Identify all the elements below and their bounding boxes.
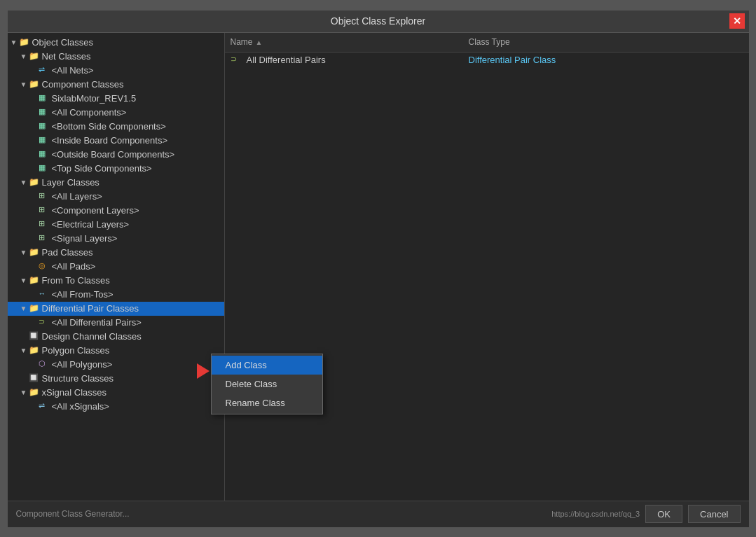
- ok-button[interactable]: OK: [645, 505, 682, 523]
- toggle: ▼: [20, 249, 29, 256]
- footer: Component Class Generator... https://blo…: [8, 501, 749, 527]
- tree-label-all-xsignals: <All xSignals>: [52, 401, 109, 412]
- close-button[interactable]: ✕: [729, 13, 745, 29]
- tree-node-layer-classes[interactable]: ▼ 📁 Layer Classes: [8, 176, 224, 190]
- tree-label-object-classes: Object Classes: [32, 37, 93, 48]
- tree-node-all-diff-pairs[interactable]: ⊃ <All Differential Pairs>: [8, 316, 224, 330]
- tree-label-all-polygons: <All Polygons>: [52, 359, 113, 370]
- toggle: ▼: [20, 53, 29, 60]
- col-name-header: Name ▲: [231, 37, 469, 47]
- folder-icon: 📁: [29, 79, 40, 90]
- tree-label-signal-layers: <Signal Layers>: [52, 233, 118, 244]
- folder-icon: 📁: [29, 177, 40, 188]
- col-name-label: Name: [231, 37, 253, 47]
- tree-node-inside-board[interactable]: ▦ <Inside Board Components>: [8, 134, 224, 148]
- layer-icon: ⊞: [39, 191, 50, 202]
- tree-node-all-pads[interactable]: ◎ <All Pads>: [8, 260, 224, 274]
- tree-node-object-classes[interactable]: ▼ 📁 Object Classes: [8, 36, 224, 50]
- tree-label-structure-classes: Structure Classes: [42, 373, 114, 384]
- component-icon: ▦: [39, 149, 50, 160]
- pad-icon: ◎: [39, 261, 50, 272]
- tree-label-top-side: <Top Side Components>: [52, 163, 152, 174]
- toggle: ▼: [20, 179, 29, 186]
- footer-right: https://blog.csdn.net/qq_3 OK Cancel: [551, 505, 740, 523]
- tree-label-electrical-layers: <Electrical Layers>: [52, 219, 130, 230]
- net-icon: ⇌: [39, 65, 50, 76]
- toggle: ▼: [11, 39, 19, 46]
- col-type-header: Class Type: [469, 37, 743, 47]
- tree-label-all-from-tos: <All From-Tos>: [52, 289, 114, 300]
- context-menu-rename-class[interactable]: Rename Class: [212, 393, 322, 412]
- tree-node-all-from-tos[interactable]: ↔ <All From-Tos>: [8, 288, 224, 302]
- tree-label-component-classes: Component Classes: [42, 79, 124, 90]
- tree-node-electrical-layers[interactable]: ⊞ <Electrical Layers>: [8, 218, 224, 232]
- tree-node-all-xsignals[interactable]: ⇌ <All xSignals>: [8, 400, 224, 414]
- tree-node-all-nets[interactable]: ⇌ <All Nets>: [8, 64, 224, 78]
- tree-node-component-layers[interactable]: ⊞ <Component Layers>: [8, 204, 224, 218]
- structure-icon: 🔲: [29, 373, 40, 384]
- cell-name: ⊃ All Differential Pairs: [231, 55, 469, 66]
- tree-label-layer-classes: Layer Classes: [42, 177, 99, 188]
- table-row[interactable]: ⊃ All Differential Pairs Differential Pa…: [225, 53, 749, 68]
- context-menu-delete-class[interactable]: Delete Class: [212, 375, 322, 393]
- tree-node-component-classes[interactable]: ▼ 📁 Component Classes: [8, 78, 224, 92]
- tree-node-xsignal-classes[interactable]: ▼ 📁 xSignal Classes: [8, 386, 224, 400]
- tree-label-pad-classes: Pad Classes: [42, 247, 93, 258]
- toggle: ▼: [20, 277, 29, 284]
- content-area: ▼ 📁 Object Classes ▼ 📁 Net Classes ⇌ <Al…: [8, 33, 749, 501]
- footer-url: https://blog.csdn.net/qq_3: [551, 510, 640, 518]
- cancel-button[interactable]: Cancel: [688, 505, 740, 523]
- cell-name-value: All Differential Pairs: [247, 55, 326, 65]
- tree-label-outside-board: <Outside Board Components>: [52, 149, 175, 160]
- dialog-title: Object Class Explorer: [331, 15, 425, 27]
- folder-icon: 📁: [19, 37, 30, 48]
- title-bar: Object Class Explorer ✕: [8, 11, 749, 33]
- table-header: Name ▲ Class Type: [225, 33, 749, 53]
- polygon-icon: ⬡: [39, 359, 50, 370]
- tree-node-all-polygons[interactable]: ⬡ <All Polygons>: [8, 358, 224, 372]
- tree-node-structure-classes[interactable]: 🔲 Structure Classes: [8, 372, 224, 386]
- tree-label-all-pads: <All Pads>: [52, 261, 96, 272]
- tree-node-from-to-classes[interactable]: ▼ 📁 From To Classes: [8, 274, 224, 288]
- tree-label-xsignal-classes: xSignal Classes: [42, 387, 107, 398]
- tree-node-design-channel-classes[interactable]: 🔲 Design Channel Classes: [8, 330, 224, 344]
- tree-label-bottom-side: <Bottom Side Components>: [52, 121, 166, 132]
- component-icon: ▦: [39, 107, 50, 118]
- folder-icon: 📁: [29, 51, 40, 62]
- tree-label-component-layers: <Component Layers>: [52, 205, 139, 216]
- folder-icon: 📁: [29, 303, 40, 314]
- tree-node-top-side[interactable]: ▦ <Top Side Components>: [8, 162, 224, 176]
- toggle: ▼: [20, 305, 29, 312]
- toggle: ▼: [20, 389, 29, 396]
- tree-node-diff-pair-classes[interactable]: ▼ 📁 Differential Pair Classes: [8, 302, 224, 316]
- layer-icon: ⊞: [39, 233, 50, 244]
- tree-label-all-layers: <All Layers>: [52, 191, 102, 202]
- context-menu: Add Class Delete Class Rename Class: [211, 354, 323, 414]
- tree-node-signal-layers[interactable]: ⊞ <Signal Layers>: [8, 232, 224, 246]
- tree-node-all-components[interactable]: ▦ <All Components>: [8, 106, 224, 120]
- tree-label-polygon-classes: Polygon Classes: [42, 345, 110, 356]
- layer-icon: ⊞: [39, 205, 50, 216]
- tree-node-polygon-classes[interactable]: ▼ 📁 Polygon Classes: [8, 344, 224, 358]
- tree-node-outside-board[interactable]: ▦ <Outside Board Components>: [8, 148, 224, 162]
- tree-node-net-classes[interactable]: ▼ 📁 Net Classes: [8, 50, 224, 64]
- component-icon: ▦: [39, 93, 50, 104]
- tree-label-sixlab: SixlabMotor_REV1.5: [52, 93, 137, 104]
- tree-label-all-components: <All Components>: [52, 107, 127, 118]
- component-icon: ▦: [39, 121, 50, 132]
- folder-icon: 📁: [29, 275, 40, 286]
- tree-label-design-channel-classes: Design Channel Classes: [42, 331, 142, 342]
- toggle: ▼: [20, 347, 29, 354]
- right-panel: Name ▲ Class Type ⊃ All Differential Pai…: [225, 33, 749, 501]
- left-panel: ▼ 📁 Object Classes ▼ 📁 Net Classes ⇌ <Al…: [8, 33, 225, 501]
- design-icon: 🔲: [29, 331, 40, 342]
- context-menu-add-class[interactable]: Add Class: [212, 356, 322, 375]
- tree-node-bottom-side[interactable]: ▦ <Bottom Side Components>: [8, 120, 224, 134]
- tree-node-sixlab[interactable]: ▦ SixlabMotor_REV1.5: [8, 92, 224, 106]
- tree-label-all-nets: <All Nets>: [52, 65, 94, 76]
- cell-type: Differential Pair Class: [469, 55, 743, 65]
- diff-pair-icon: ⊃: [39, 317, 50, 328]
- tree-node-pad-classes[interactable]: ▼ 📁 Pad Classes: [8, 246, 224, 260]
- tree-node-all-layers[interactable]: ⊞ <All Layers>: [8, 190, 224, 204]
- layer-icon: ⊞: [39, 219, 50, 230]
